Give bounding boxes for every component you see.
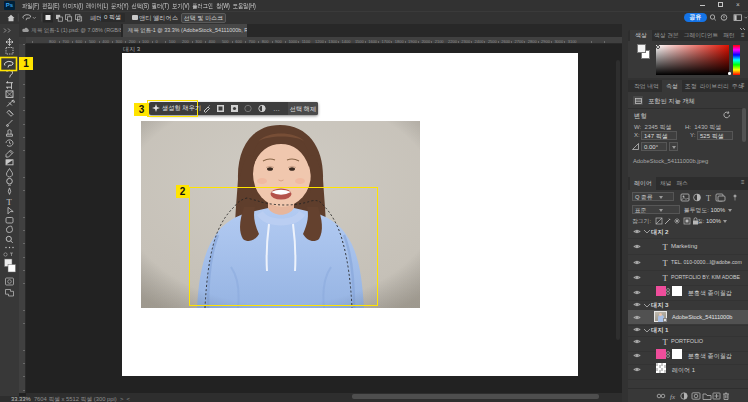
svg-text:400: 400 — [209, 39, 216, 44]
svg-text:1400: 1400 — [342, 39, 352, 44]
svg-text:2800: 2800 — [528, 39, 538, 44]
svg-text:…: … — [273, 105, 280, 112]
svg-text:2300: 2300 — [461, 39, 471, 44]
svg-text:600: 600 — [76, 39, 83, 44]
svg-text:100: 100 — [169, 39, 176, 44]
svg-text:3000: 3000 — [554, 39, 564, 44]
svg-text:3100: 3100 — [568, 39, 578, 44]
svg-text:1800: 1800 — [395, 39, 405, 44]
svg-text:2700: 2700 — [515, 39, 525, 44]
svg-text:T: T — [662, 337, 668, 347]
svg-text:800: 800 — [262, 39, 269, 44]
svg-text:300: 300 — [116, 39, 123, 44]
svg-text:700: 700 — [249, 39, 256, 44]
svg-text:1200: 1200 — [315, 39, 325, 44]
svg-text:1100: 1100 — [302, 39, 311, 44]
svg-text:2900: 2900 — [541, 39, 551, 44]
svg-text:T: T — [662, 242, 668, 252]
svg-text:900: 900 — [275, 39, 282, 44]
svg-text:1300: 1300 — [328, 39, 338, 44]
svg-text:500: 500 — [222, 39, 229, 44]
svg-text:T: T — [662, 258, 668, 268]
svg-text:2500: 2500 — [488, 39, 498, 44]
svg-text:2000: 2000 — [421, 39, 431, 44]
svg-text:fx: fx — [670, 393, 676, 401]
svg-text:2600: 2600 — [501, 39, 511, 44]
svg-text:800: 800 — [49, 39, 56, 44]
svg-text:2200: 2200 — [448, 39, 458, 44]
svg-text:700: 700 — [62, 39, 69, 44]
svg-text:400: 400 — [102, 39, 109, 44]
svg-text:1900: 1900 — [408, 39, 418, 44]
svg-text:200: 200 — [182, 39, 189, 44]
svg-text:1500: 1500 — [355, 39, 365, 44]
svg-text:600: 600 — [235, 39, 242, 44]
svg-text:100: 100 — [142, 39, 149, 44]
svg-text:T: T — [662, 273, 668, 283]
svg-text:300: 300 — [195, 39, 202, 44]
svg-text:1700: 1700 — [382, 39, 392, 44]
svg-text:1600: 1600 — [368, 39, 378, 44]
svg-text:500: 500 — [89, 39, 96, 44]
svg-text:200: 200 — [129, 39, 136, 44]
svg-text:0: 0 — [155, 39, 158, 44]
svg-text:T: T — [7, 197, 13, 207]
svg-text:2400: 2400 — [475, 39, 485, 44]
svg-text:2100: 2100 — [435, 39, 445, 44]
svg-text:1000: 1000 — [288, 39, 298, 44]
